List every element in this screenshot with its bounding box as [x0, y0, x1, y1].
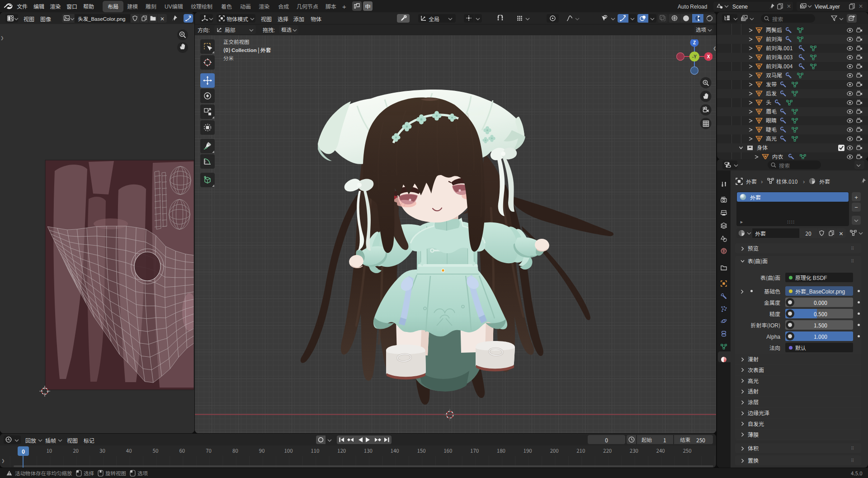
svg-text:发带: 发带: [766, 80, 777, 88]
svg-text:内衣: 内衣: [772, 152, 783, 159]
svg-text:Z: Z: [693, 39, 696, 46]
svg-text:前刘海.004: 前刘海.004: [766, 62, 793, 70]
svg-text:眼睛: 眼睛: [766, 116, 777, 124]
svg-text:后发: 后发: [766, 89, 777, 97]
svg-text:前刘海: 前刘海: [766, 35, 782, 43]
svg-text:双马尾: 双马尾: [766, 71, 782, 79]
svg-text:头: 头: [766, 98, 771, 106]
svg-text:高光: 高光: [766, 134, 777, 142]
svg-text:前刘海.001: 前刘海.001: [766, 44, 793, 52]
svg-text:身体: 身体: [757, 143, 768, 151]
svg-text:-Y: -Y: [692, 53, 697, 60]
svg-text:睫毛: 睫毛: [766, 125, 777, 133]
svg-text:X: X: [707, 53, 710, 60]
svg-text:前刘海.003: 前刘海.003: [766, 53, 793, 61]
svg-text:两鬓后: 两鬓后: [766, 26, 782, 33]
svg-text:眉毛: 眉毛: [766, 107, 777, 115]
